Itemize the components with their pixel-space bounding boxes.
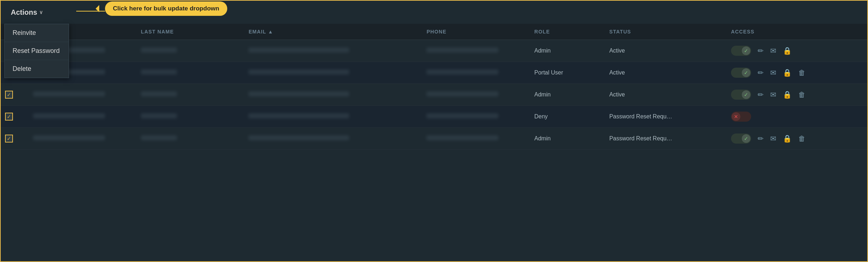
- row3-checkbox-cell[interactable]: ✓: [1, 84, 29, 106]
- row1-lock-icon[interactable]: 🔒: [783, 46, 792, 55]
- header-bar: Actions ∨ Click here for bulk update dro…: [1, 1, 867, 24]
- col-header-role: ROLE: [530, 24, 605, 40]
- row3-lastname: [137, 84, 245, 106]
- row3-status: Active: [605, 84, 727, 106]
- users-table-wrapper: FIRST NAME LAST NAME EMAIL ▲ PHONE ROLE …: [1, 24, 867, 150]
- table-row: ✓ Deny Password Reset Requ… ✕: [1, 106, 867, 128]
- toggle-x-icon: ✕: [732, 112, 740, 121]
- col-header-status: STATUS: [605, 24, 727, 40]
- row1-email: [244, 40, 422, 62]
- row2-access: ✓ ✏ ✉ 🔒 🗑: [727, 62, 867, 84]
- actions-label: Actions: [11, 8, 37, 17]
- col-header-access: ACCESS: [727, 24, 867, 40]
- row4-email: [244, 106, 422, 128]
- dropdown-item-reset-password[interactable]: Reset Password: [5, 42, 69, 60]
- table-header-row: FIRST NAME LAST NAME EMAIL ▲ PHONE ROLE …: [1, 24, 867, 40]
- row1-lastname: [137, 40, 245, 62]
- row3-edit-icon[interactable]: ✏: [758, 90, 764, 99]
- row2-status: Active: [605, 62, 727, 84]
- row5-access: ✓ ✏ ✉ 🔒 🗑: [727, 128, 867, 150]
- row5-delete-icon[interactable]: 🗑: [798, 135, 805, 143]
- actions-dropdown: Reinvite Reset Password Delete: [4, 24, 69, 78]
- row2-role: Portal User: [530, 62, 605, 84]
- row2-delete-icon[interactable]: 🗑: [798, 69, 805, 77]
- col-header-email[interactable]: EMAIL ▲: [244, 24, 422, 40]
- row3-toggle[interactable]: ✓: [731, 90, 751, 100]
- row4-checkbox[interactable]: ✓: [5, 113, 13, 121]
- row1-role: Admin: [530, 40, 605, 62]
- row3-email-icon[interactable]: ✉: [770, 90, 776, 99]
- row3-access: ✓ ✏ ✉ 🔒 🗑: [727, 84, 867, 106]
- row5-role: Admin: [530, 128, 605, 150]
- row3-delete-icon[interactable]: 🗑: [798, 91, 805, 99]
- row4-status: Password Reset Requ…: [605, 106, 727, 128]
- row2-lastname: [137, 62, 245, 84]
- row1-status: Active: [605, 40, 727, 62]
- toggle-check-icon: ✓: [742, 68, 750, 77]
- row3-email: [244, 84, 422, 106]
- row3-lock-icon[interactable]: 🔒: [783, 90, 792, 99]
- row2-phone: [422, 62, 530, 84]
- col-header-lastname: LAST NAME: [137, 24, 245, 40]
- table-row: ✓ Admin Active ✓ ✏ ✉: [1, 84, 867, 106]
- row2-edit-icon[interactable]: ✏: [758, 68, 764, 77]
- row3-phone: [422, 84, 530, 106]
- row3-role: Admin: [530, 84, 605, 106]
- table-row: ✓ Portal User Active ✓ ✏ ✉: [1, 62, 867, 84]
- table-row: Admin Active ✓ ✏ ✉ 🔒: [1, 40, 867, 62]
- row5-lastname: [137, 128, 245, 150]
- chevron-down-icon: ∨: [39, 9, 43, 15]
- tooltip-bubble: Click here for bulk update dropdown: [105, 1, 227, 16]
- row2-email-icon[interactable]: ✉: [770, 68, 776, 77]
- row5-phone: [422, 128, 530, 150]
- row2-toggle[interactable]: ✓: [731, 68, 751, 78]
- row4-checkbox-cell[interactable]: ✓: [1, 106, 29, 128]
- row1-email-icon[interactable]: ✉: [770, 46, 776, 55]
- row4-firstname: [29, 106, 137, 128]
- toggle-check-icon: ✓: [742, 90, 750, 99]
- row5-checkbox[interactable]: ✓: [5, 135, 13, 143]
- toggle-check-icon: ✓: [742, 134, 750, 143]
- toggle-check-icon: ✓: [742, 46, 750, 55]
- users-table: FIRST NAME LAST NAME EMAIL ▲ PHONE ROLE …: [1, 24, 867, 150]
- row5-checkbox-cell[interactable]: ✓: [1, 128, 29, 150]
- actions-button[interactable]: Actions ∨: [7, 6, 46, 19]
- row3-checkbox[interactable]: ✓: [5, 91, 13, 99]
- row5-status: Password Reset Requ…: [605, 128, 727, 150]
- row4-toggle[interactable]: ✕: [731, 112, 751, 122]
- row3-firstname: [29, 84, 137, 106]
- row2-email: [244, 62, 422, 84]
- row1-toggle[interactable]: ✓: [731, 46, 751, 56]
- sort-asc-icon: ▲: [268, 29, 273, 35]
- col-header-phone: PHONE: [422, 24, 530, 40]
- dropdown-item-delete[interactable]: Delete: [5, 60, 69, 78]
- row1-edit-icon[interactable]: ✏: [758, 46, 764, 55]
- tooltip-arrow: [76, 11, 105, 12]
- row4-role: Deny: [530, 106, 605, 128]
- dropdown-item-reinvite[interactable]: Reinvite: [5, 24, 69, 42]
- row4-lastname: [137, 106, 245, 128]
- row5-firstname: [29, 128, 137, 150]
- row4-access: ✕: [727, 106, 867, 128]
- row1-phone: [422, 40, 530, 62]
- table-row: ✓ Admin Password Reset Requ… ✓ ✏: [1, 128, 867, 150]
- row5-email-icon[interactable]: ✉: [770, 134, 776, 143]
- row5-email: [244, 128, 422, 150]
- row1-access: ✓ ✏ ✉ 🔒: [727, 40, 867, 62]
- row2-lock-icon[interactable]: 🔒: [783, 68, 792, 77]
- row5-edit-icon[interactable]: ✏: [758, 134, 764, 143]
- row5-toggle[interactable]: ✓: [731, 134, 751, 144]
- row5-lock-icon[interactable]: 🔒: [783, 134, 792, 143]
- main-container: Actions ∨ Click here for bulk update dro…: [0, 0, 868, 262]
- row4-phone: [422, 106, 530, 128]
